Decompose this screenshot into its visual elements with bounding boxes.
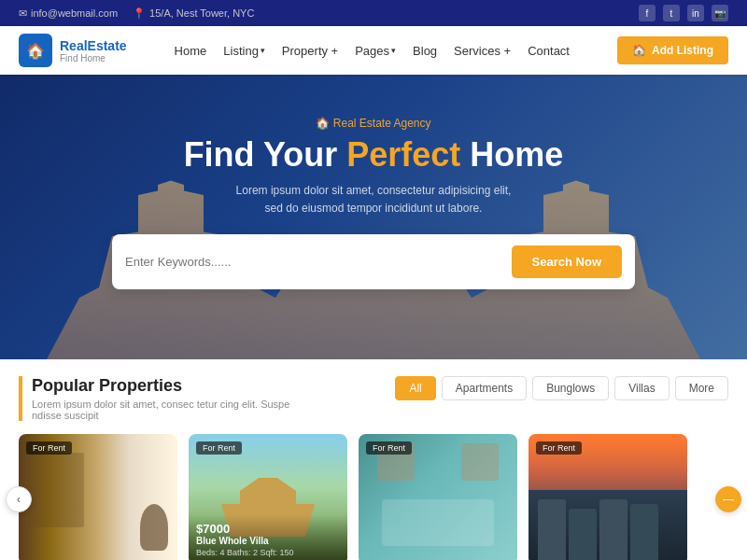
section-title: Popular Properties <box>32 376 293 396</box>
facebook-icon[interactable]: f <box>639 5 655 21</box>
nav-blog[interactable]: Blog <box>413 44 437 58</box>
hero-title-suffix: Home <box>460 135 563 174</box>
section-header: Popular Properties Lorem ipsum dolor sit… <box>19 376 728 421</box>
nav-contact[interactable]: Contact <box>528 44 570 58</box>
cards-wrapper: ‹ For Rent For Rent $7000 Blue Whole Vil… <box>19 434 728 560</box>
building-unit <box>538 499 566 560</box>
card-person-figure <box>140 504 168 551</box>
logo-text: RealEstate Find Home <box>60 38 127 63</box>
hero-tag: 🏠 Real Estate Agency <box>112 117 635 130</box>
instagram-icon[interactable]: 📷 <box>712 5 728 21</box>
card-badge: For Rent <box>536 441 582 455</box>
card-info: $7000 Blue Whole Villa Beds: 4 Baths: 2 … <box>189 514 347 560</box>
top-bar: ✉ info@webmail.com 📍 15/A, Nest Tower, N… <box>0 0 747 26</box>
navbar: 🏠 RealEstate Find Home Home Listing Prop… <box>0 26 747 75</box>
bed-shape <box>382 499 494 546</box>
top-bar-contact: ✉ info@webmail.com 📍 15/A, Nest Tower, N… <box>19 7 254 20</box>
building-unit <box>599 499 627 560</box>
logo-icon: 🏠 <box>19 34 52 67</box>
add-icon: 🏠 <box>632 44 646 57</box>
hero-title: Find Your Perfect Home <box>112 135 635 174</box>
hero-description: Lorem ipsum dolor sit amet, consectetur … <box>112 182 635 217</box>
address-info: 📍 15/A, Nest Tower, NYC <box>133 7 254 20</box>
property-card[interactable]: For Rent $7000 Blue Whole Villa Beds: 4 … <box>189 434 347 560</box>
linkedin-icon[interactable]: in <box>687 5 704 21</box>
card-price: $7000 <box>196 522 340 536</box>
nav-services[interactable]: Services + <box>454 44 511 58</box>
add-listing-button[interactable]: 🏠 Add Listing <box>617 36 728 64</box>
twitter-icon[interactable]: t <box>663 5 680 21</box>
filter-villas[interactable]: Villas <box>614 376 669 400</box>
filter-more[interactable]: More <box>675 376 728 400</box>
search-input[interactable] <box>125 255 502 269</box>
card-badge: For Rent <box>366 441 412 455</box>
section-desc: Lorem ipsum dolor sit amet, consec tetur… <box>32 399 293 421</box>
card-badge: For Rent <box>196 441 242 455</box>
logo-title: RealEstate <box>60 38 127 53</box>
property-card[interactable]: For Rent <box>529 434 687 560</box>
logo-subtitle: Find Home <box>60 53 127 63</box>
section-title-block: Popular Properties Lorem ipsum dolor sit… <box>19 376 293 421</box>
nav-home[interactable]: Home <box>175 44 207 58</box>
building-unit <box>630 504 658 560</box>
card-name: Blue Whole Villa <box>196 536 340 546</box>
hero-section: 🏠 Real Estate Agency Find Your Perfect H… <box>0 75 747 359</box>
building-unit <box>569 509 597 560</box>
picture-frame-2 <box>461 443 499 481</box>
card-shelf <box>28 453 84 527</box>
social-icons: f t in 📷 <box>639 5 728 21</box>
hero-content: 🏠 Real Estate Agency Find Your Perfect H… <box>93 117 654 289</box>
hero-title-highlight: Perfect <box>346 135 460 174</box>
nav-links: Home Listing Property + Pages Blog Servi… <box>175 44 570 58</box>
nav-pages[interactable]: Pages <box>355 44 396 58</box>
filter-tabs: All Apartments Bunglows Villas More <box>395 376 728 400</box>
property-card[interactable]: For Rent <box>19 434 177 560</box>
filter-bunglows[interactable]: Bunglows <box>532 376 609 400</box>
logo: 🏠 RealEstate Find Home <box>19 34 127 67</box>
location-icon: 📍 <box>133 7 146 20</box>
building-base <box>529 490 687 560</box>
nav-listing[interactable]: Listing <box>223 44 265 58</box>
card-badge: For Rent <box>26 441 72 455</box>
properties-section: Popular Properties Lorem ipsum dolor sit… <box>0 359 747 560</box>
next-arrow[interactable]: — <box>715 486 741 512</box>
email-info: ✉ info@webmail.com <box>19 7 118 20</box>
prev-arrow[interactable]: ‹ <box>6 486 32 512</box>
filter-all[interactable]: All <box>395 376 435 400</box>
cards-container: For Rent For Rent $7000 Blue Whole Villa… <box>19 434 687 560</box>
hero-title-prefix: Find Your <box>184 135 347 174</box>
property-card[interactable]: For Rent <box>359 434 517 560</box>
card-details: Beds: 4 Baths: 2 Sqft: 150 <box>196 548 340 557</box>
filter-apartments[interactable]: Apartments <box>442 376 527 400</box>
search-button[interactable]: Search Now <box>512 245 622 278</box>
nav-property[interactable]: Property + <box>282 44 338 58</box>
search-box: Search Now <box>112 234 635 289</box>
email-icon: ✉ <box>19 7 27 20</box>
